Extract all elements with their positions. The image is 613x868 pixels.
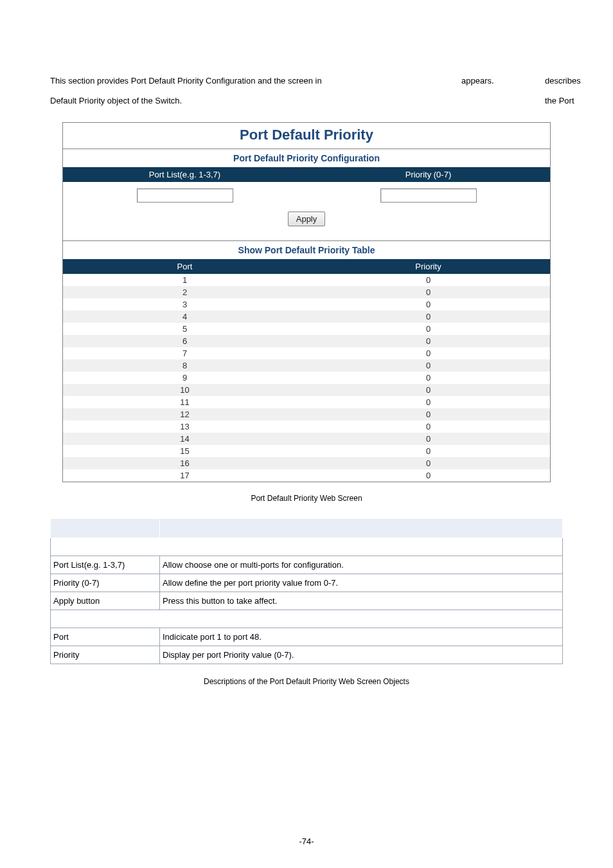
cell-priority: 0 xyxy=(306,445,550,457)
cell-priority: 0 xyxy=(306,323,550,335)
cell-port: 15 xyxy=(63,445,306,457)
cell-priority: 0 xyxy=(306,372,550,384)
cell-port: 13 xyxy=(63,420,306,433)
table-row: 160 xyxy=(63,457,550,469)
header-port-list: Port List(e.g. 1-3,7) xyxy=(63,167,306,182)
cell-object: Priority (0-7) xyxy=(51,574,160,592)
table-row: 150 xyxy=(63,445,550,457)
table-row: 110 xyxy=(63,396,550,408)
cell-port: 11 xyxy=(63,396,306,408)
intro-text-appears: appears. xyxy=(461,71,494,91)
cell-priority: 0 xyxy=(306,311,550,323)
cell-priority: 0 xyxy=(306,347,550,359)
cell-priority: 0 xyxy=(306,286,550,298)
cell-priority: 0 xyxy=(306,384,550,396)
obj-subhead-2 xyxy=(51,610,563,628)
cell-object: Priority xyxy=(51,646,160,664)
apply-button[interactable]: Apply xyxy=(288,212,326,226)
table-row: Priority (0-7)Allow define the per port … xyxy=(51,574,563,592)
port-list-input[interactable] xyxy=(137,188,233,203)
cell-port: 9 xyxy=(63,372,306,384)
table-row: 20 xyxy=(63,286,550,298)
table-row: PriorityDisplay per port Priority value … xyxy=(51,646,563,664)
cell-priority: 0 xyxy=(306,396,550,408)
panel-title: Port Default Priority xyxy=(240,127,373,143)
cell-port: 12 xyxy=(63,408,306,420)
table-row: 10 xyxy=(63,274,550,286)
priority-table-header: Port Priority xyxy=(63,259,550,274)
table-row: 130 xyxy=(63,420,550,433)
cell-description: Indicicate port 1 to port 48. xyxy=(160,628,563,646)
cell-port: 6 xyxy=(63,335,306,347)
table-row: 100 xyxy=(63,384,550,396)
cell-port: 5 xyxy=(63,323,306,335)
table-row: PortIndicicate port 1 to port 48. xyxy=(51,628,563,646)
objects-description-table: Port List(e.g. 1-3,7)Allow choose one or… xyxy=(50,518,563,664)
cell-port: 2 xyxy=(63,286,306,298)
cell-priority: 0 xyxy=(306,335,550,347)
cell-description: Display per port Priority value (0-7). xyxy=(160,646,563,664)
cell-port: 7 xyxy=(63,347,306,359)
obj-header-object xyxy=(51,519,160,538)
table-caption: Descriptions of the Port Default Priorit… xyxy=(50,677,563,686)
table-row: 80 xyxy=(63,359,550,372)
table-section-heading: Show Port Default Priority Table xyxy=(63,241,550,259)
col-port: Port xyxy=(63,259,306,274)
cell-priority: 0 xyxy=(306,469,550,482)
header-priority: Priority (0-7) xyxy=(306,167,550,182)
cell-object: Apply button xyxy=(51,592,160,610)
cell-port: 3 xyxy=(63,298,306,311)
table-row: 170 xyxy=(63,469,550,482)
cell-port: 10 xyxy=(63,384,306,396)
table-row: 120 xyxy=(63,408,550,420)
cell-description: Allow choose one or multi-ports for conf… xyxy=(160,556,563,574)
obj-subhead-1 xyxy=(51,538,563,556)
config-header-row: Port List(e.g. 1-3,7) Priority (0-7) xyxy=(63,167,550,182)
config-section-heading: Port Default Priority Configuration xyxy=(63,149,550,167)
cell-object: Port xyxy=(51,628,160,646)
cell-priority: 0 xyxy=(306,420,550,433)
cell-port: 4 xyxy=(63,311,306,323)
cell-port: 8 xyxy=(63,359,306,372)
table-row: Port List(e.g. 1-3,7)Allow choose one or… xyxy=(51,556,563,574)
priority-input[interactable] xyxy=(380,188,477,203)
intro-text-describes: describes the Port xyxy=(545,71,581,111)
table-row: 40 xyxy=(63,311,550,323)
page-number: -74- xyxy=(0,836,613,846)
cell-port: 1 xyxy=(63,274,306,286)
cell-priority: 0 xyxy=(306,433,550,445)
table-row: 60 xyxy=(63,335,550,347)
cell-priority: 0 xyxy=(306,408,550,420)
col-priority: Priority xyxy=(306,259,550,274)
cell-priority: 0 xyxy=(306,457,550,469)
table-row: 90 xyxy=(63,372,550,384)
cell-priority: 0 xyxy=(306,359,550,372)
table-row: 50 xyxy=(63,323,550,335)
obj-header-description xyxy=(160,519,563,538)
table-row: Apply buttonPress this button to take af… xyxy=(51,592,563,610)
cell-port: 17 xyxy=(63,469,306,482)
cell-object: Port List(e.g. 1-3,7) xyxy=(51,556,160,574)
table-row: 70 xyxy=(63,347,550,359)
figure-caption: Port Default Priority Web Screen xyxy=(50,494,563,503)
cell-port: 14 xyxy=(63,433,306,445)
intro-text-line2: Default Priority object of the Switch. xyxy=(50,91,563,111)
cell-priority: 0 xyxy=(306,274,550,286)
priority-table-body: 1020304050607080901001101201301401501601… xyxy=(63,274,550,482)
cell-port: 16 xyxy=(63,457,306,469)
table-row: 30 xyxy=(63,298,550,311)
intro-text-a: This section provides Port Default Prior… xyxy=(50,76,322,86)
cell-description: Allow define the per port priority value… xyxy=(160,574,563,592)
screenshot-panel: Port Default Priority Port Default Prior… xyxy=(62,122,551,482)
cell-description: Press this button to take affect. xyxy=(160,592,563,610)
table-row: 140 xyxy=(63,433,550,445)
cell-priority: 0 xyxy=(306,298,550,311)
